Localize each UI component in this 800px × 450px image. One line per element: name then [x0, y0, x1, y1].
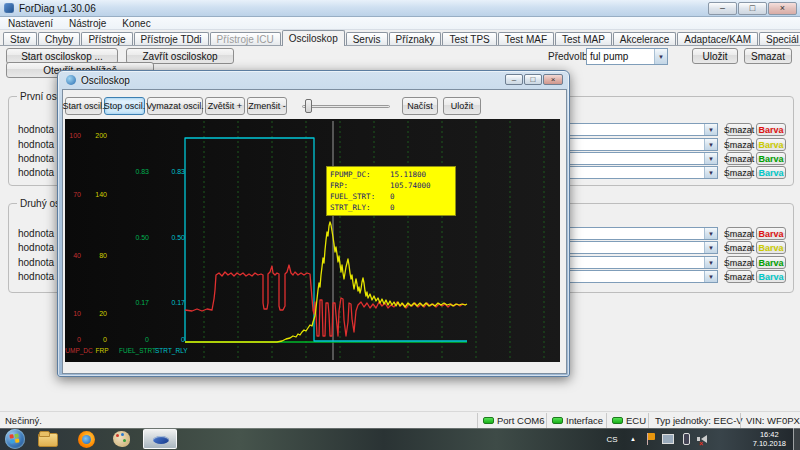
fordiag-app-icon [4, 3, 14, 13]
tab-pristroje-icu: Přístroje ICU [210, 32, 281, 46]
g1r3-barva-button[interactable]: Barva [756, 152, 786, 165]
preset-delete-button[interactable]: Smazat [744, 48, 792, 64]
device-icon[interactable] [680, 428, 692, 450]
firefox-icon[interactable] [78, 431, 95, 448]
osc-scroll-slider-thumb[interactable] [305, 99, 312, 113]
osc-maximize-button[interactable]: □ [524, 74, 542, 85]
osc-minimize-button[interactable]: – [505, 74, 523, 85]
screen: ForDiag v1.30.06 – □ × Nastavení Nástroj… [0, 0, 800, 450]
network-icon[interactable] [660, 428, 676, 450]
tab-akcelerace[interactable]: Akcelerace [613, 32, 676, 46]
tab-stav[interactable]: Stav [3, 32, 37, 46]
g1r1-barva-button[interactable]: Barva [756, 123, 786, 136]
osc-zoom-in-button[interactable]: Zvětšit + [205, 97, 245, 115]
windows-logo-icon [9, 433, 20, 444]
action-center-icon[interactable] [644, 428, 658, 450]
fordiag-taskbar-button[interactable] [143, 429, 177, 449]
osc-scroll-slider-track[interactable] [302, 105, 390, 108]
osc-save-button[interactable]: Uložit [443, 97, 481, 115]
osc-plot[interactable]: 100 70 40 10 0 200 140 80 20 0 0.83 0.50… [65, 119, 560, 362]
g2r2-smazat-button[interactable]: Smazat [726, 241, 752, 254]
tab-servis[interactable]: Servis [346, 32, 388, 46]
menu-konec[interactable]: Konec [114, 18, 158, 29]
osc-zoom-out-button[interactable]: Zmenšit - [247, 97, 287, 115]
preset-save-button[interactable]: Uložit [692, 48, 738, 64]
menu-nastaveni[interactable]: Nastavení [0, 18, 61, 29]
minimize-button[interactable]: – [708, 2, 737, 15]
g1r2-barva-button[interactable]: Barva [756, 138, 786, 151]
port-status-led [483, 417, 494, 424]
tab-priznaky[interactable]: Příznaky [389, 32, 442, 46]
chevron-down-icon[interactable]: ▼ [654, 49, 667, 64]
tooltip-frp-value: 105.74000 [390, 180, 431, 191]
clock-date: 7.10.2018 [753, 439, 786, 448]
osc-load-button[interactable]: Načíst [402, 97, 438, 115]
g1r2-label: hodnota [18, 139, 54, 150]
preset-value: ful pump [587, 51, 654, 62]
osciloskop-window: Osciloskop – □ × Start oscil. Stop oscil… [57, 70, 570, 377]
maximize-button[interactable]: □ [738, 2, 767, 15]
chevron-down-icon[interactable]: ▼ [704, 153, 717, 164]
status-interface: Interface [566, 415, 603, 426]
osc-start-button[interactable]: Start oscil. [65, 97, 102, 115]
tab-test-tps[interactable]: Test TPS [442, 32, 496, 46]
g1r4-smazat-button[interactable]: Smazat [726, 166, 752, 179]
g2r2-barva-button[interactable]: Barva [756, 241, 786, 254]
chevron-down-icon[interactable]: ▼ [704, 124, 717, 135]
tooltip-fuel-label: FUEL_STRT: [330, 191, 390, 202]
g1r4-barva-button[interactable]: Barva [756, 166, 786, 179]
tab-adaptace-kam[interactable]: Adaptace/KAM [677, 32, 758, 46]
tab-test-maf[interactable]: Test MAF [498, 32, 554, 46]
g2r4-smazat-button[interactable]: Smazat [726, 270, 752, 283]
g1r1-smazat-button[interactable]: Smazat [726, 123, 752, 136]
osc-window-icon [66, 75, 76, 85]
clock[interactable]: 16:42 7.10.2018 [753, 430, 786, 448]
fordiag-taskbar-icon [153, 436, 169, 444]
g2r3-barva-button[interactable]: Barva [756, 256, 786, 269]
g1r3-label: hodnota [18, 153, 54, 164]
tray-expand-icon[interactable]: ▲ [626, 428, 640, 450]
chevron-down-icon[interactable]: ▼ [704, 139, 717, 150]
g2r1-label: hodnota [18, 228, 54, 239]
start-button[interactable] [5, 429, 25, 449]
osc-value-tooltip: FPUMP_DC:15.11800 FRP:105.74000 FUEL_STR… [326, 166, 456, 216]
osc-stop-button[interactable]: Stop oscil. [104, 97, 145, 115]
menu-nastroje[interactable]: Nástroje [61, 18, 114, 29]
clock-time: 16:42 [753, 430, 786, 439]
g1r3-smazat-button[interactable]: Smazat [726, 152, 752, 165]
chevron-down-icon[interactable]: ▼ [704, 242, 717, 253]
chevron-down-icon[interactable]: ▼ [704, 228, 717, 239]
ecu-status-led [612, 417, 623, 424]
tab-special[interactable]: Speciál [759, 32, 800, 46]
g2r2-label: hodnota [18, 242, 54, 253]
volume-muted-icon[interactable]: × [696, 428, 712, 450]
tab-osciloskop[interactable]: Osciloskop [282, 30, 345, 46]
g1r2-smazat-button[interactable]: Smazat [726, 138, 752, 151]
g2r1-smazat-button[interactable]: Smazat [726, 227, 752, 240]
tooltip-strt-label: STRT_RLY: [330, 202, 390, 213]
tab-pristroje-tddi[interactable]: Přístroje TDdi [134, 32, 209, 46]
explorer-icon[interactable] [38, 433, 58, 447]
paint-icon[interactable] [113, 431, 130, 447]
main-titlebar: ForDiag v1.30.06 – □ × [0, 0, 800, 17]
osc-clear-button[interactable]: Vymazat oscil. [147, 97, 203, 115]
osc-close-button[interactable]: × [543, 74, 563, 85]
g2r3-smazat-button[interactable]: Smazat [726, 256, 752, 269]
g2r4-label: hodnota [18, 271, 54, 282]
taskbar: CS ▲ × 16:42 7.10.2018 [0, 428, 800, 450]
close-button[interactable]: × [768, 2, 797, 15]
g2r4-barva-button[interactable]: Barva [756, 270, 786, 283]
preset-combobox[interactable]: ful pump ▼ [586, 48, 668, 65]
g2r1-barva-button[interactable]: Barva [756, 227, 786, 240]
tab-chyby[interactable]: Chyby [38, 32, 80, 46]
tray-language[interactable]: CS [604, 428, 620, 450]
chevron-down-icon[interactable]: ▼ [704, 257, 717, 268]
chevron-down-icon[interactable]: ▼ [704, 167, 717, 178]
osc-client-area: Start oscil. Stop oscil. Vymazat oscil. … [62, 89, 567, 374]
tab-test-map[interactable]: Test MAP [555, 32, 612, 46]
osc-titlebar[interactable]: Osciloskop – □ × [58, 71, 569, 89]
chevron-down-icon[interactable]: ▼ [704, 271, 717, 282]
tab-pristroje[interactable]: Přístroje [81, 32, 132, 46]
show-desktop-button[interactable] [793, 428, 800, 450]
tooltip-fpump-value: 15.11800 [390, 169, 426, 180]
